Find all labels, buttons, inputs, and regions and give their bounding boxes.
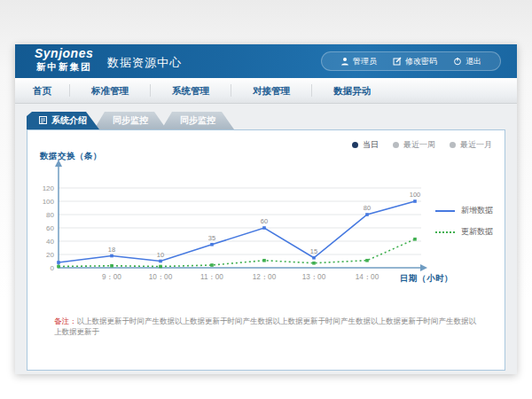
svg-text:20: 20 xyxy=(46,251,54,259)
tab-label: 系统介绍 xyxy=(51,114,87,127)
svg-text:12：00: 12：00 xyxy=(253,273,277,281)
radio-option-today[interactable]: 当日 xyxy=(352,139,379,151)
svg-text:60: 60 xyxy=(261,217,268,225)
svg-text:18: 18 xyxy=(108,246,115,254)
svg-text:35: 35 xyxy=(208,234,215,242)
app-header: Synjones 新中新集团 数据资源中心 管理员 修改密码 xyxy=(15,44,517,78)
svg-text:9：00: 9：00 xyxy=(102,273,121,281)
svg-text:80: 80 xyxy=(364,204,371,212)
user-menu-item[interactable]: 管理员 xyxy=(332,56,385,67)
svg-text:100: 100 xyxy=(43,198,55,206)
nav-item-system-mgmt[interactable]: 系统管理 xyxy=(151,84,231,97)
content-card: 当日 最近一周 最近一月 数据交换（条） 0204060801001209：00… xyxy=(27,129,505,371)
radio-dot xyxy=(450,142,456,148)
user-name-label: 管理员 xyxy=(353,56,377,67)
tab-label: 同步监控 xyxy=(113,114,148,127)
svg-text:13：00: 13：00 xyxy=(302,273,326,281)
logo-primary: Synjones xyxy=(35,47,93,60)
power-icon xyxy=(453,57,462,66)
nav-item-standard-mgmt[interactable]: 标准管理 xyxy=(70,84,151,97)
page-title: 数据资源中心 xyxy=(107,55,182,71)
legend-label: 更新数据 xyxy=(461,226,493,238)
brand-logo: Synjones 新中新集团 xyxy=(35,47,93,72)
nav-item-home[interactable]: 首页 xyxy=(15,84,70,97)
legend-label: 新增数据 xyxy=(461,205,493,216)
edit-icon xyxy=(393,57,402,66)
radio-label: 最近一月 xyxy=(460,139,492,151)
app-window: Synjones 新中新集团 数据资源中心 管理员 修改密码 xyxy=(15,44,517,374)
radio-label: 当日 xyxy=(363,139,379,151)
logo-secondary: 新中新集团 xyxy=(35,62,93,72)
tab-sync-monitor-2[interactable]: 同步监控 xyxy=(161,112,234,129)
legend-line-solid-icon xyxy=(435,210,455,212)
main-nav: 首页 标准管理 系统管理 对接管理 数据异动 xyxy=(15,78,517,104)
legend-item-update-data: 更新数据 xyxy=(435,226,493,238)
radio-dot xyxy=(393,142,399,148)
chart-legend: 新增数据 更新数据 xyxy=(435,205,493,238)
logout-label: 退出 xyxy=(466,56,481,67)
footnote: 备注：以上数据更新于时间产生数据以上数据更新于时间产生数据以上数据更新于时间产生… xyxy=(54,317,481,338)
svg-text:10：00: 10：00 xyxy=(149,273,173,281)
svg-text:100: 100 xyxy=(410,191,421,199)
change-password-label: 修改密码 xyxy=(405,56,437,67)
tab-system-intro[interactable]: 系统介绍 xyxy=(27,112,99,129)
time-range-filters: 当日 最近一周 最近一月 xyxy=(352,139,492,151)
svg-text:40: 40 xyxy=(46,238,54,246)
user-icon xyxy=(340,57,349,66)
radio-option-last-month[interactable]: 最近一月 xyxy=(450,139,492,151)
legend-line-dotted-icon xyxy=(435,231,455,233)
change-password-button[interactable]: 修改密码 xyxy=(385,56,445,67)
logout-button[interactable]: 退出 xyxy=(445,56,489,67)
radio-option-last-week[interactable]: 最近一周 xyxy=(393,139,435,151)
svg-text:11：00: 11：00 xyxy=(200,273,223,281)
svg-text:0: 0 xyxy=(51,264,55,272)
svg-text:14：00: 14：00 xyxy=(356,273,379,281)
nav-item-integration-mgmt[interactable]: 对接管理 xyxy=(231,84,312,97)
screenshot-canvas: Synjones 新中新集团 数据资源中心 管理员 修改密码 xyxy=(0,0,532,399)
radio-dot xyxy=(352,142,358,148)
legend-item-new-data: 新增数据 xyxy=(435,205,493,216)
svg-text:80: 80 xyxy=(46,211,54,219)
tab-bar: 系统介绍 同步监控 同步监控 xyxy=(27,112,234,129)
svg-text:120: 120 xyxy=(43,184,55,192)
svg-text:10: 10 xyxy=(157,251,164,259)
nav-item-data-change[interactable]: 数据异动 xyxy=(312,84,392,97)
radio-label: 最近一周 xyxy=(403,139,435,151)
svg-text:15: 15 xyxy=(310,247,317,255)
svg-text:60: 60 xyxy=(46,224,54,232)
tab-label: 同步监控 xyxy=(180,114,215,127)
document-icon xyxy=(39,116,47,126)
footnote-text: 以上数据更新于时间产生数据以上数据更新于时间产生数据以上数据更新于时间产生数据以… xyxy=(54,317,476,336)
tab-sync-monitor-1[interactable]: 同步监控 xyxy=(94,112,167,129)
user-toolbar: 管理员 修改密码 退出 xyxy=(321,51,501,71)
footnote-label: 备注： xyxy=(54,317,77,325)
x-axis-label: 日期（小时） xyxy=(400,273,453,285)
